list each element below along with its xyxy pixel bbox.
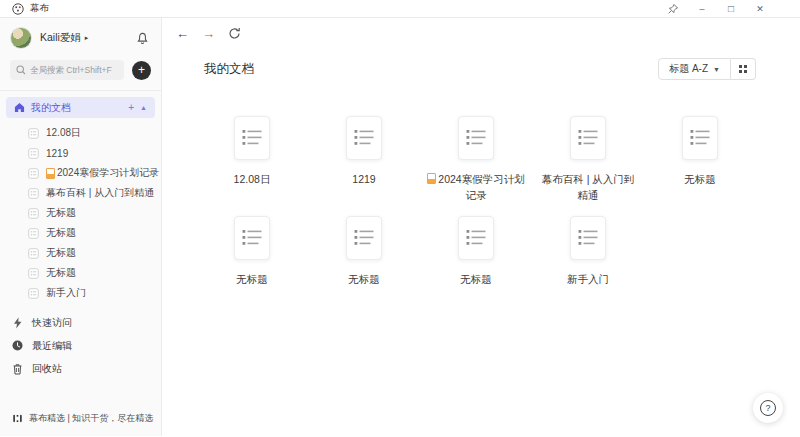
page-title: 我的文档: [204, 61, 254, 78]
document-card-title: 无标题: [348, 271, 380, 287]
document-icon: [28, 208, 39, 219]
document-card[interactable]: 无标题: [196, 216, 308, 311]
trash-icon: [12, 363, 23, 375]
close-button[interactable]: ✕: [750, 1, 770, 17]
document-card-icon: [682, 116, 718, 160]
sidebar-document-item[interactable]: 1219: [0, 143, 161, 163]
chevron-down-icon: ▼: [713, 66, 720, 73]
back-arrow-icon[interactable]: ←: [176, 27, 189, 40]
document-card[interactable]: 无标题: [308, 216, 420, 311]
document-card-icon: [234, 116, 270, 160]
grid-view-icon: [739, 65, 747, 73]
sidebar-item-label: 回收站: [32, 362, 62, 376]
document-card-icon: [458, 216, 494, 260]
document-card-icon: [346, 216, 382, 260]
user-name: Kaili爱娟: [40, 31, 81, 45]
document-card[interactable]: 新手入门: [532, 216, 644, 311]
document-icon: [28, 268, 39, 279]
document-icon: [28, 228, 39, 239]
sidebar-item-label: 我的文档: [31, 101, 122, 115]
pin-icon[interactable]: [663, 1, 683, 17]
document-card-icon: [234, 216, 270, 260]
document-card[interactable]: 1219: [308, 116, 420, 211]
lightning-icon: [12, 317, 23, 329]
sidebar-document-item[interactable]: 无标题: [0, 263, 161, 283]
minimize-button[interactable]: –: [692, 1, 712, 17]
divider: [0, 90, 161, 91]
new-document-button[interactable]: +: [132, 61, 151, 80]
mubu-featured-logo-icon: [12, 413, 23, 424]
mubu-featured-text: 幕布精选 | 知识干货，尽在精选: [29, 412, 153, 425]
view-toggle-button[interactable]: [731, 58, 756, 80]
document-label: 无标题: [46, 246, 76, 260]
document-card-title: 幕布百科 | 从入门到精通: [539, 171, 637, 204]
document-label: 12.08日: [46, 126, 81, 140]
sidebar-document-item[interactable]: 2024寒假学习计划记录: [0, 163, 161, 183]
document-label: 无标题: [46, 266, 76, 280]
orange-notebook-icon: [46, 168, 55, 179]
document-label: 新手入门: [46, 286, 86, 300]
search-input[interactable]: [30, 65, 118, 75]
document-card-title: 12.08日: [234, 171, 271, 187]
main-content: ← → 我的文档 标题 A-Z ▼: [162, 18, 800, 436]
sidebar-item-quick-access[interactable]: 快速访问: [0, 311, 161, 334]
help-button[interactable]: ?: [753, 393, 783, 423]
document-card-icon: [570, 116, 606, 160]
sidebar-document-item[interactable]: 无标题: [0, 243, 161, 263]
sort-label: 标题 A-Z: [669, 62, 708, 76]
sidebar: Kaili爱娟 ▸ + 我的文档 + ▲: [0, 18, 162, 436]
sidebar-item-my-documents[interactable]: 我的文档 + ▲: [6, 97, 155, 118]
notifications-bell-icon[interactable]: [136, 32, 149, 45]
document-icon: [28, 168, 39, 179]
document-card-title: 1219: [352, 171, 375, 187]
forward-arrow-icon[interactable]: →: [202, 27, 215, 40]
sidebar-item-trash[interactable]: 回收站: [0, 357, 161, 380]
question-mark-icon: ?: [760, 400, 776, 416]
maximize-button[interactable]: □: [721, 1, 741, 17]
document-card-icon: [458, 116, 494, 160]
add-document-icon[interactable]: +: [128, 103, 134, 113]
app-logo-icon: [12, 3, 24, 15]
document-card-title: 无标题: [684, 171, 716, 187]
sidebar-document-item[interactable]: 无标题: [0, 203, 161, 223]
sidebar-sections: 快速访问 最近编辑 回收站: [0, 303, 161, 380]
document-label: 无标题: [46, 206, 76, 220]
search-icon: [16, 65, 26, 75]
mubu-featured-link[interactable]: 幕布精选 | 知识干货，尽在精选: [0, 412, 161, 436]
document-card-icon: [346, 116, 382, 160]
document-label: 无标题: [46, 226, 76, 240]
refresh-icon[interactable]: [228, 27, 241, 40]
global-search[interactable]: [10, 60, 124, 80]
document-label: 1219: [46, 148, 68, 159]
document-grid: 12.08日 1219 2024寒假学习计划记录: [162, 80, 800, 311]
document-icon: [28, 128, 39, 139]
sidebar-document-item[interactable]: 无标题: [0, 223, 161, 243]
document-card-title: 新手入门: [567, 271, 609, 287]
document-card-title: 无标题: [236, 271, 268, 287]
sidebar-document-item[interactable]: 新手入门: [0, 283, 161, 303]
document-label: 2024寒假学习计划记录: [46, 166, 159, 180]
window-titlebar: 幕布 – □ ✕: [0, 0, 800, 18]
sidebar-document-item[interactable]: 12.08日: [0, 123, 161, 143]
document-card[interactable]: 2024寒假学习计划记录: [420, 116, 532, 211]
document-card-title: 2024寒假学习计划记录: [427, 171, 525, 204]
avatar[interactable]: [10, 27, 32, 49]
document-card[interactable]: 12.08日: [196, 116, 308, 211]
sidebar-item-label: 最近编辑: [32, 339, 72, 353]
sidebar-document-list: 12.08日 1219 2024寒假学习计划记录: [0, 120, 161, 303]
collapse-icon[interactable]: ▲: [140, 104, 147, 111]
document-card[interactable]: 幕布百科 | 从入门到精通: [532, 116, 644, 211]
document-icon: [28, 248, 39, 259]
document-card-title: 无标题: [460, 271, 492, 287]
sidebar-item-recent-edits[interactable]: 最近编辑: [0, 334, 161, 357]
home-icon: [14, 102, 25, 113]
user-menu[interactable]: Kaili爱娟 ▸: [0, 18, 161, 55]
document-card[interactable]: 无标题: [420, 216, 532, 311]
sidebar-document-item[interactable]: 幕布百科 | 从入门到精通: [0, 183, 161, 203]
document-card-icon: [570, 216, 606, 260]
sidebar-item-label: 快速访问: [32, 316, 72, 330]
orange-notebook-icon: [427, 173, 436, 184]
sort-dropdown[interactable]: 标题 A-Z ▼: [658, 58, 731, 80]
clock-icon: [12, 340, 23, 351]
document-card[interactable]: 无标题: [644, 116, 756, 211]
